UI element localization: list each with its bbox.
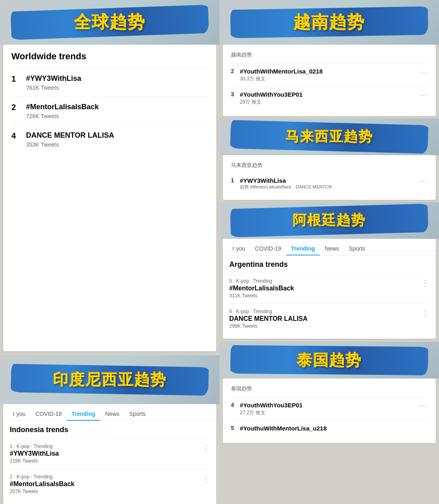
trend-count: 726K Tweets xyxy=(26,113,208,119)
tab-for-you[interactable]: r you xyxy=(228,242,250,255)
malaysia-header: 马来西亚趋势 xyxy=(231,162,428,169)
trend-name-sm: #YouthWithYou3EP01 xyxy=(240,91,416,98)
trend-tweets: 311K Tweets xyxy=(229,293,429,299)
more-options-icon[interactable]: ··· xyxy=(419,402,428,410)
trend-content: DANCE MENTOR LALISA 353K Tweets xyxy=(26,131,208,148)
trend-item: 1 #YWY3WithLisa 761K Tweets xyxy=(11,68,208,97)
trend-count-sm: 27.2万 推文 xyxy=(240,409,416,416)
argentina-title: Argentina trends xyxy=(229,260,429,269)
argentina-trends-card: Argentina trends 5 · K-pop · Trending #M… xyxy=(223,255,436,339)
trend-main-name: #MentorLalisalsBack xyxy=(229,285,429,292)
trend-tweets: 299K Tweets xyxy=(229,323,429,329)
trend-content-sm: #YouthWithYou3EP01 29万 推文 xyxy=(240,91,416,106)
trend-meta: 6 · K-pop · Trending xyxy=(229,309,429,314)
indonesia-title: Indonesia trends xyxy=(10,426,210,434)
trend-tweets: 215K Tweets xyxy=(10,458,210,464)
tab-trending[interactable]: Trending xyxy=(67,407,100,420)
indonesia-banner-text: 印度尼西亚趋势 xyxy=(53,370,167,390)
tab-news[interactable]: News xyxy=(320,242,344,255)
trend-content: #MentorLalisalsBack 726K Tweets xyxy=(26,103,208,119)
trend-count: 761K Tweets xyxy=(26,84,208,91)
trend-content-sm: #YouthWithYou3EP01 27.2万 推文 xyxy=(240,402,416,416)
trend-block: 2 · K-pop · Trending #MentorLalisalsBack… xyxy=(10,469,210,499)
indonesia-trends-card: Indonesia trends 1 · K-pop · Trending #Y… xyxy=(3,421,216,504)
thailand-banner-text: 泰国趋势 xyxy=(297,350,362,371)
trend-main-name: #MentorLalisalsBack xyxy=(10,480,210,488)
indonesia-banner: 印度尼西亚趋势 xyxy=(0,355,220,404)
trend-name: DANCE MENTOR LALISA xyxy=(26,131,208,140)
trend-count-sm: 29万 推文 xyxy=(240,99,416,106)
vietnam-header: 越南趋势 xyxy=(231,51,428,58)
trend-content-sm: #YouthuWithMentorLisa_u218 xyxy=(240,425,428,433)
vietnam-banner-text: 越南趋势 xyxy=(293,11,365,34)
tab-news[interactable]: News xyxy=(100,407,124,420)
trend-count-sm: 30.3万 推文 xyxy=(240,76,416,82)
worldwide-title: Worldwide trends xyxy=(11,51,208,62)
trend-name-sm: #YouthWithYou3EP01 xyxy=(240,402,416,409)
thailand-header: 泰国趋势 xyxy=(231,385,428,392)
trend-number-sm: 4 xyxy=(231,402,240,408)
more-options-icon[interactable]: ⋮ xyxy=(421,278,429,288)
more-options-icon[interactable]: ··· xyxy=(419,177,428,186)
vietnam-banner: 越南趋势 xyxy=(220,0,439,45)
trend-block: 5 · K-pop · Trending #MentorLalisalsBack… xyxy=(229,273,429,303)
argentina-tab-bar: r you COVID-19 Trending News Sports xyxy=(223,239,436,255)
trend-name: #MentorLalisalsBack xyxy=(26,103,208,111)
malaysia-trend-sub: 趋势 #MentorLalisalsBack、DANCE MENTOR xyxy=(240,184,419,190)
more-options-icon[interactable]: ⋮ xyxy=(202,474,210,484)
trend-block: 1 · K-pop · Trending #YWY3WithLisa 215K … xyxy=(10,438,210,469)
thailand-card: 泰国趋势 4 #YouthWithYou3EP01 27.2万 推文 ··· 5… xyxy=(223,379,436,443)
tab-for-you[interactable]: r you xyxy=(8,407,30,420)
trend-item-sm: 5 #YouthuWithMentorLisa_u218 xyxy=(231,420,428,437)
trend-name-sm: #YouthWithMentorLisa_0218 xyxy=(240,68,416,75)
more-options-icon[interactable]: ⋮ xyxy=(202,443,210,453)
trend-tweets: 207K Tweets xyxy=(10,489,210,494)
argentina-banner: 阿根廷趋势 xyxy=(220,202,439,239)
trend-meta: 1 · K-pop · Trending xyxy=(10,443,210,449)
trend-number: 4 xyxy=(11,131,26,141)
more-options-icon[interactable]: ··· xyxy=(419,68,428,76)
more-options-icon[interactable]: ⋮ xyxy=(421,309,429,318)
worldwide-banner-text: 全球趋势 xyxy=(74,11,146,34)
malaysia-trend-name: #YWY3WithLisa xyxy=(240,177,419,184)
trend-meta: 2 · K-pop · Trending xyxy=(10,474,210,480)
trend-item-sm: 4 #YouthWithYou3EP01 27.2万 推文 ··· xyxy=(231,397,428,420)
argentina-banner-text: 阿根廷趋势 xyxy=(293,211,366,230)
trend-block: 6 · K-pop · Trending DANCE MENTOR LALISA… xyxy=(229,303,429,334)
trend-number: 2 xyxy=(11,103,26,112)
malaysia-trend-content: #YWY3WithLisa 趋势 #MentorLalisalsBack、DAN… xyxy=(240,177,419,190)
malaysia-card: 马来西亚趋势 1 #YWY3WithLisa 趋势 #MentorLalisal… xyxy=(223,155,436,200)
trend-content: #YWY3WithLisa 761K Tweets xyxy=(26,74,208,91)
tab-sports[interactable]: Sports xyxy=(344,242,370,255)
tab-covid[interactable]: COVID-19 xyxy=(30,407,67,420)
trend-item: 2 #MentorLalisalsBack 726K Tweets xyxy=(11,97,208,125)
trend-name-sm: #YouthuWithMentorLisa_u218 xyxy=(240,425,428,432)
trend-name: #YWY3WithLisa xyxy=(26,74,208,83)
malaysia-banner-text: 马来西亚趋势 xyxy=(285,128,373,146)
trend-number: 1 xyxy=(11,74,26,84)
tab-sports[interactable]: Sports xyxy=(124,407,150,420)
trend-number-sm: 3 xyxy=(231,91,240,97)
trend-item-sm: 2 #YouthWithMentorLisa_0218 30.3万 推文 ··· xyxy=(231,63,428,87)
malaysia-trend-item: 1 #YWY3WithLisa 趋势 #MentorLalisalsBack、D… xyxy=(231,174,428,193)
malaysia-banner: 马来西亚趋势 xyxy=(220,119,439,155)
trend-meta: 5 · K-pop · Trending xyxy=(229,278,429,284)
indonesia-tab-bar: r you COVID-19 Trending News Sports xyxy=(3,404,216,421)
trend-count: 353K Tweets xyxy=(26,141,208,148)
worldwide-card: Worldwide trends 1 #YWY3WithLisa 761K Tw… xyxy=(3,45,216,351)
trend-main-name: DANCE MENTOR LALISA xyxy=(229,315,429,322)
more-options-icon[interactable]: ··· xyxy=(419,91,428,100)
tab-covid[interactable]: COVID-19 xyxy=(250,242,286,255)
trend-main-name: #YWY3WithLisa xyxy=(10,450,210,457)
trend-number-sm: 5 xyxy=(231,425,240,431)
trend-number-sm: 2 xyxy=(231,68,240,74)
trend-content-sm: #YouthWithMentorLisa_0218 30.3万 推文 xyxy=(240,68,416,82)
vietnam-card: 越南趋势 2 #YouthWithMentorLisa_0218 30.3万 推… xyxy=(223,45,436,116)
trend-item: 4 DANCE MENTOR LALISA 353K Tweets xyxy=(11,125,208,154)
tab-trending[interactable]: Trending xyxy=(286,242,320,255)
worldwide-banner: 全球趋势 xyxy=(0,0,220,45)
thailand-banner: 泰国趋势 xyxy=(220,342,439,379)
trend-item-sm: 3 #YouthWithYou3EP01 29万 推文 ··· xyxy=(231,87,428,110)
malaysia-trend-number: 1 xyxy=(231,177,240,184)
